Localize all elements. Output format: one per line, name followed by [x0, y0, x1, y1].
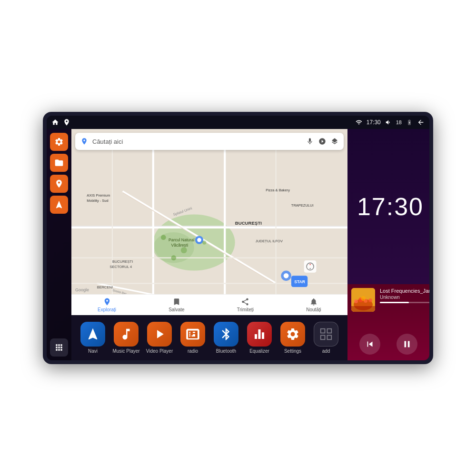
svg-text:Mobility - Sud: Mobility - Sud [87, 198, 108, 203]
map-nav-explore[interactable]: Explorați [98, 298, 116, 312]
map-search-placeholder: Căutați aici [92, 138, 302, 145]
svg-text:Pizza & Bakery: Pizza & Bakery [266, 188, 290, 192]
clock-area: 17:30 2023/12/12 Tuesday [347, 129, 429, 284]
svg-point-37 [161, 235, 166, 240]
home-icon[interactable] [51, 119, 59, 126]
map-svg: Parcul Natural Văcărești BUCUREȘTI BUCUR… [71, 129, 347, 315]
svg-text:BUCUREȘTI: BUCUREȘTI [235, 220, 262, 226]
map-nav-saved-label: Salvate [169, 307, 184, 312]
svg-text:AXIS Premium: AXIS Premium [87, 193, 110, 198]
map-nav-saved[interactable]: Salvate [169, 298, 184, 312]
svg-point-32 [284, 273, 289, 278]
layers-icon[interactable] [330, 137, 339, 146]
svg-text:SECTORUL 4: SECTORUL 4 [110, 265, 132, 269]
svg-text:JUDEȚUL ILFOV: JUDEȚUL ILFOV [256, 239, 283, 243]
svg-text:Parcul Natural: Parcul Natural [169, 238, 194, 242]
device: 17:30 18 [43, 112, 433, 364]
svg-point-39 [202, 240, 207, 245]
mic-icon[interactable] [306, 137, 314, 146]
map-icon[interactable] [63, 119, 70, 126]
screen: 17:30 18 [47, 116, 429, 360]
google-watermark: Google [75, 288, 89, 292]
battery-icon [406, 119, 413, 126]
svg-text:BERCENI: BERCENI [97, 285, 113, 289]
status-bar-right: 17:30 18 [355, 119, 425, 126]
map-nav-updates[interactable]: Noutăți [306, 298, 321, 312]
map-nav-explore-label: Explorați [98, 307, 116, 312]
svg-point-38 [181, 247, 187, 253]
svg-rect-33 [304, 260, 317, 273]
account-icon[interactable] [318, 137, 327, 146]
volume-icon [385, 119, 392, 126]
clock-time-display: 17:30 [357, 192, 424, 221]
map-nav-share[interactable]: Trimiteți [237, 298, 254, 312]
map-container[interactable]: Parcul Natural Văcărești BUCUREȘTI BUCUR… [71, 129, 347, 315]
svg-point-41 [83, 139, 85, 141]
map-nav-share-label: Trimiteți [237, 307, 254, 312]
clock-time: 17:30 [357, 192, 424, 221]
google-maps-icon [80, 137, 89, 146]
svg-text:Văcărești: Văcărești [171, 243, 188, 248]
back-icon[interactable] [417, 119, 425, 126]
battery-level: 18 [396, 119, 402, 125]
map-nav-updates-label: Noutăți [306, 307, 321, 312]
svg-text:BUCUREȘTI: BUCUREȘTI [112, 259, 133, 264]
time-display: 17:30 [367, 119, 381, 126]
map-search-bar[interactable]: Căutați aici [75, 133, 344, 150]
main-content: Parcul Natural Văcărești BUCUREȘTI BUCUR… [47, 129, 429, 360]
map-bottom-nav: Explorați Salvate Trimiteț [71, 294, 347, 315]
wifi-icon [355, 119, 363, 126]
svg-text:STAR: STAR [294, 279, 306, 284]
svg-text:TRAPEZULUI: TRAPEZULUI [291, 203, 314, 208]
status-bar: 17:30 18 [47, 116, 429, 129]
svg-point-28 [197, 238, 201, 242]
status-bar-left [51, 119, 70, 126]
svg-point-40 [171, 255, 176, 260]
